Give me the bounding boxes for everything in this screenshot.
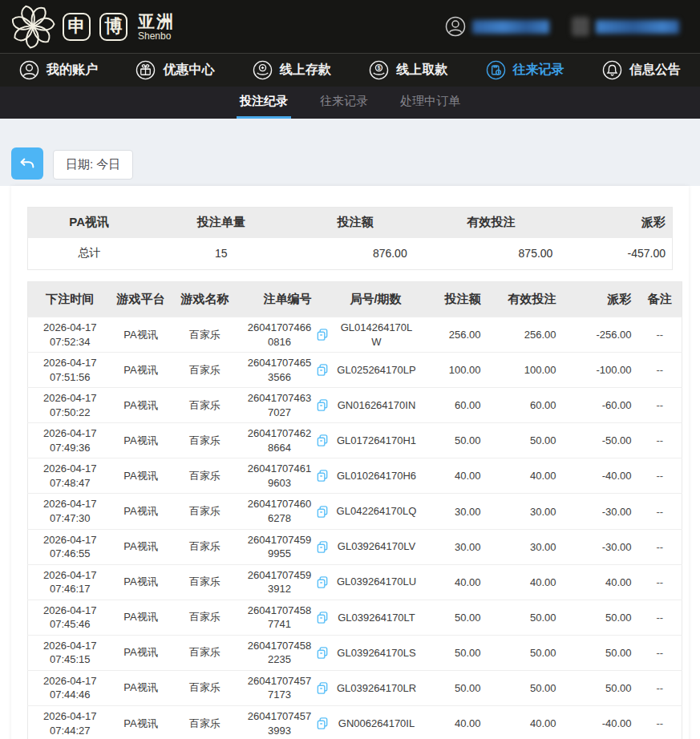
payout-cell: -40.00 [563,458,638,494]
content-card: PA视讯 投注单量 投注额 有效投注 派彩 总计 15 876.00 875.0… [11,186,689,739]
svg-text:$: $ [378,65,381,71]
payout-cell: 40.00 [563,564,638,600]
table-row: 2026-04-1707:48:47 PA视讯 百家乐 260417074619… [28,458,682,494]
logo-char-shen: 申 [63,13,91,41]
withdraw-icon: $ [369,60,389,80]
copy-icon[interactable] [316,434,330,447]
tab-label: 处理中订单 [400,94,460,109]
payout-cell: -60.00 [563,388,638,423]
top-header: 申 博 亚洲 Shenbo [0,0,700,53]
logo-region-cn: 亚洲 [138,13,175,30]
bet-time-cell: 2026-04-1707:52:34 [28,317,112,353]
note-cell: -- [638,494,682,529]
brand-logo[interactable]: 申 博 亚洲 Shenbo [8,2,175,51]
tab-label: 投注纪录 [240,94,288,109]
order-cell: 260417074660816 [241,317,335,353]
bet-time-cell: 2026-04-1707:50:22 [28,388,112,423]
order-cell: 260417074637027 [241,388,335,423]
note-cell: -- [638,670,682,705]
game-cell: 百家乐 [170,458,241,494]
copy-icon[interactable] [316,328,330,341]
sub-nav: 投注纪录 往来记录 处理中订单 [0,87,700,119]
copy-icon[interactable] [316,717,330,730]
back-button[interactable] [11,147,43,180]
copy-icon[interactable] [316,646,330,660]
table-row: 2026-04-1707:49:36 PA视讯 百家乐 260417074628… [28,423,682,458]
bell-icon [602,60,622,80]
date-filter[interactable]: 日期: 今日 [53,150,133,180]
round-cell: GL039264170LV [335,529,417,564]
game-cell: 百家乐 [170,670,241,705]
summary-bet: 876.00 [292,238,419,270]
col-header-note: 备注 [638,282,682,317]
table-row: 2026-04-1707:44:27 PA视讯 百家乐 260417074573… [28,706,682,739]
balance-redacted [596,20,679,34]
valid-bet-cell: 50.00 [488,670,563,705]
game-cell: 百家乐 [170,317,241,353]
valid-bet-cell: 50.00 [488,635,563,670]
game-cell: 百家乐 [170,529,241,564]
nav-item-announcements[interactable]: 信息公告 [602,60,681,80]
table-row: 2026-04-1707:47:30 PA视讯 百家乐 260417074606… [28,494,682,529]
tab-pending-orders[interactable]: 处理中订单 [397,87,463,119]
nav-item-deposit[interactable]: 线上存款 [253,60,331,80]
copy-icon[interactable] [316,681,330,695]
bet-time-cell: 2026-04-1707:48:47 [28,458,112,494]
nav-item-withdraw[interactable]: $ 线上取款 [369,60,447,80]
order-cell: 260417074582235 [241,635,335,670]
bet-amount-cell: 50.00 [417,635,488,670]
summary-valid: 875.00 [419,238,564,270]
valid-bet-cell: 60.00 [488,388,563,423]
copy-icon[interactable] [316,398,330,412]
game-cell: 百家乐 [170,353,241,388]
payout-cell: -50.00 [563,423,638,458]
valid-bet-cell: 30.00 [488,529,563,564]
table-row: 2026-04-1707:46:17 PA视讯 百家乐 260417074593… [28,564,682,600]
col-header-payout: 派彩 [563,282,638,317]
copy-icon[interactable] [316,540,330,554]
tab-transaction-records[interactable]: 往来记录 [317,87,371,119]
bet-amount-cell: 50.00 [417,600,488,635]
round-cell: GL039264170LU [335,564,417,600]
bet-time-cell: 2026-04-1707:51:56 [28,353,112,388]
summary-table: PA视讯 投注单量 投注额 有效投注 派彩 总计 15 876.00 875.0… [27,207,673,270]
copy-icon[interactable] [316,575,330,589]
bet-amount-cell: 60.00 [417,388,488,423]
platform-cell: PA视讯 [112,353,170,388]
bet-time-cell: 2026-04-1707:45:15 [28,635,112,670]
nav-item-promotions[interactable]: 优惠中心 [136,60,214,80]
col-header-order: 注单编号 [241,282,335,317]
platform-cell: PA视讯 [112,635,170,670]
nav-item-records[interactable]: 往来记录 [486,60,564,80]
game-cell: 百家乐 [170,706,241,739]
bet-amount-cell: 50.00 [417,670,488,705]
user-info [445,16,679,37]
order-cell: 260417074587741 [241,600,335,635]
table-row: 2026-04-1707:52:34 PA视讯 百家乐 260417074660… [28,317,682,353]
bet-time-cell: 2026-04-1707:46:17 [28,564,112,600]
col-header-valid: 有效投注 [488,282,563,317]
copy-icon[interactable] [316,611,330,624]
balance-group[interactable] [572,17,679,36]
copy-icon[interactable] [316,505,330,519]
col-header-game: 游戏名称 [170,282,241,317]
records-icon [486,60,506,80]
payout-cell: 50.00 [563,635,638,670]
game-cell: 百家乐 [170,494,241,529]
summary-payout: -457.00 [564,238,672,270]
bet-time-cell: 2026-04-1707:46:55 [28,529,112,564]
tab-bet-records[interactable]: 投注纪录 [237,87,291,119]
order-cell: 260417074619603 [241,458,335,494]
main-nav: 我的账户 优惠中心 线上存款 $ 线上取款 往来记录 [0,53,700,87]
copy-icon[interactable] [316,469,330,483]
copy-icon[interactable] [316,363,330,377]
platform-cell: PA视讯 [112,494,170,529]
order-cell: 260417074593912 [241,564,335,600]
valid-bet-cell: 40.00 [488,458,563,494]
platform-cell: PA视讯 [112,458,170,494]
bet-amount-cell: 30.00 [417,529,488,564]
summary-header-payout: 派彩 [564,208,672,238]
nav-item-my-account[interactable]: 我的账户 [19,60,98,80]
username-group[interactable] [445,16,549,37]
game-cell: 百家乐 [170,564,241,600]
